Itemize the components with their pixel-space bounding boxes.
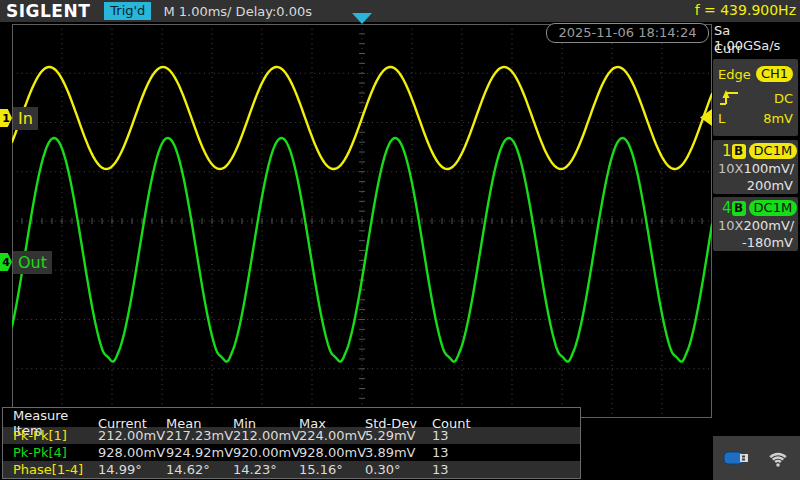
trigger-coupling-label: DC <box>774 91 793 106</box>
ch4-coupling-badge: DC1M <box>749 200 798 216</box>
siglent-logo: SIGLENT <box>6 0 90 22</box>
trigger-level-label: L <box>718 111 725 126</box>
measurement-value: 224.00mV <box>299 428 365 443</box>
measurement-value: 15.16° <box>299 462 365 477</box>
ch1-bandwidth-badge: B <box>732 144 746 159</box>
channel4-panel[interactable]: 4 B DC1M 10X 200mV/ -180mV <box>713 197 798 251</box>
measurement-value: 924.92mV <box>166 445 233 460</box>
measurement-item-label: Pk-Pk[4] <box>13 445 98 460</box>
measurement-item-label: Pk-Pk[1] <box>13 428 98 443</box>
trigger-panel[interactable]: Edge CH1 DC L 8mV <box>713 59 798 136</box>
measurement-value: 217.23mV <box>166 428 233 443</box>
ch1-scale: 100mV/ <box>743 161 794 176</box>
datetime-display: 2025-11-06 18:14:24 <box>546 23 709 43</box>
system-status-panel <box>713 436 800 480</box>
trigger-status-badge: Trig'd <box>104 2 151 20</box>
ch4-bandwidth-badge: B <box>732 201 746 216</box>
measurement-row[interactable]: Pk-Pk[4]928.00mV924.92mV920.00mV928.00mV… <box>3 444 580 461</box>
measurement-value: 3.89mV <box>365 445 432 460</box>
ch1-level-marker[interactable]: 1 <box>0 109 12 127</box>
measurement-row[interactable]: Pk-Pk[1]212.00mV217.23mV212.00mV224.00mV… <box>3 427 580 444</box>
measurement-value: 14.99° <box>98 462 166 477</box>
measurement-value: 14.62° <box>166 462 233 477</box>
ch4-probe-ratio: 10X <box>718 218 743 233</box>
measurement-item-label: Phase[1-4] <box>13 462 98 477</box>
measurement-value: 928.00mV <box>98 445 166 460</box>
measurement-value: 212.00mV <box>233 428 299 443</box>
trigger-level-value: 8mV <box>763 111 793 126</box>
rising-edge-icon <box>718 89 740 107</box>
top-status-bar: SIGLENT Trig'd M 1.00ms/ Delay:0.00s f =… <box>0 0 800 22</box>
measurement-value: 13 <box>432 462 580 477</box>
trigger-source-badge[interactable]: CH1 <box>756 66 793 82</box>
measurement-value: 0.30° <box>365 462 432 477</box>
ch4-level-marker[interactable]: 4 <box>0 253 12 271</box>
usb-icon[interactable] <box>723 449 753 467</box>
ch4-scale: 200mV/ <box>743 218 794 233</box>
ch1-coupling-badge: DC1M <box>749 143 798 159</box>
ch1-probe-ratio: 10X <box>718 161 743 176</box>
waveform-display[interactable] <box>12 24 712 418</box>
ch4-trace-label: Out <box>13 251 52 274</box>
ch1-trace-label: In <box>13 107 38 130</box>
oscilloscope-screen: { "top_bar": { "logo": "SIGLENT", "trigg… <box>0 0 800 480</box>
measurement-value: 920.00mV <box>233 445 299 460</box>
ch4-offset: -180mV <box>742 235 793 250</box>
measurement-value: 13 <box>432 428 580 443</box>
measurement-table[interactable]: Measure Item Current Mean Min Max Std-De… <box>2 407 581 479</box>
timebase-readout[interactable]: M 1.00ms/ Delay:0.00s <box>163 4 312 19</box>
measurement-header-row: Measure Item Current Mean Min Max Std-De… <box>3 408 580 427</box>
ch1-offset: 200mV <box>747 178 793 193</box>
measurement-value: 14.23° <box>233 462 299 477</box>
trigger-type-label: Edge <box>718 67 751 82</box>
channel1-panel[interactable]: 1 B DC1M 10X 100mV/ 200mV <box>713 140 798 194</box>
measurement-value: 13 <box>432 445 580 460</box>
ch4-number: 4 <box>718 199 732 217</box>
measurement-value: 928.00mV <box>299 445 365 460</box>
frequency-counter: f = 439.900Hz <box>695 2 796 18</box>
ch1-number: 1 <box>718 142 732 160</box>
measurement-value: 5.29mV <box>365 428 432 443</box>
wifi-icon[interactable] <box>765 448 791 468</box>
measurement-value: 212.00mV <box>98 428 166 443</box>
measurement-row[interactable]: Phase[1-4]14.99°14.62°14.23°15.16°0.30°1… <box>3 461 580 478</box>
